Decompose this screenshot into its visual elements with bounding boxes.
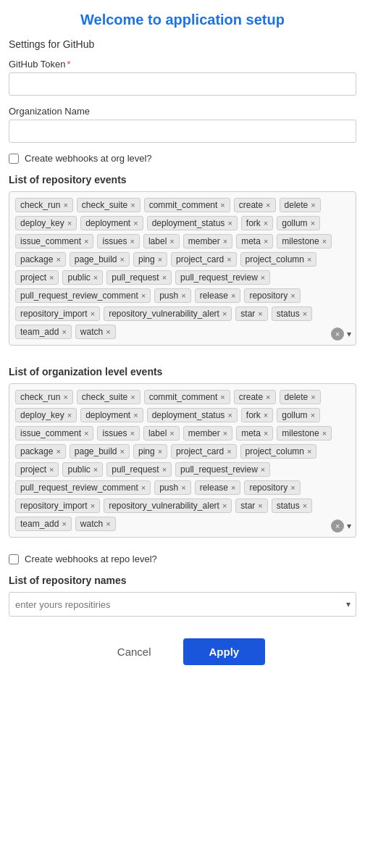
remove-tag-icon[interactable]: × <box>130 393 135 401</box>
remove-tag-icon[interactable]: × <box>84 429 88 438</box>
remove-tag-icon[interactable]: × <box>120 255 125 264</box>
remove-tag-icon[interactable]: × <box>303 309 307 318</box>
repo-events-tags-container: check_run ×check_suite ×commit_comment ×… <box>9 191 356 346</box>
remove-tag-icon[interactable]: × <box>106 519 110 528</box>
remove-tag-icon[interactable]: × <box>63 393 67 401</box>
remove-tag-icon[interactable]: × <box>133 411 138 420</box>
remove-tag-icon[interactable]: × <box>84 237 88 246</box>
remove-tag-icon[interactable]: × <box>311 393 315 401</box>
org-name-input[interactable] <box>9 120 356 143</box>
clear-tags-button[interactable]: × <box>331 327 344 341</box>
list-item: deployment_status × <box>147 408 238 422</box>
remove-tag-icon[interactable]: × <box>169 237 174 246</box>
remove-tag-icon[interactable]: × <box>264 429 268 438</box>
remove-tag-icon[interactable]: × <box>220 201 225 209</box>
remove-tag-icon[interactable]: × <box>181 483 185 492</box>
remove-tag-icon[interactable]: × <box>307 255 311 264</box>
remove-tag-icon[interactable]: × <box>223 237 227 246</box>
list-item: milestone × <box>277 426 332 441</box>
remove-tag-icon[interactable]: × <box>63 201 67 209</box>
remove-tag-icon[interactable]: × <box>264 219 268 228</box>
remove-tag-icon[interactable]: × <box>264 411 268 420</box>
remove-tag-icon[interactable]: × <box>311 219 315 228</box>
remove-tag-icon[interactable]: × <box>266 393 270 401</box>
list-item: repository_vulnerability_alert × <box>104 306 232 321</box>
remove-tag-icon[interactable]: × <box>169 429 174 438</box>
tags-dropdown-icon[interactable]: ▾ <box>347 329 351 339</box>
remove-tag-icon[interactable]: × <box>322 237 327 246</box>
remove-tag-icon[interactable]: × <box>231 483 235 492</box>
list-item: label × <box>143 234 180 249</box>
remove-tag-icon[interactable]: × <box>158 447 162 456</box>
remove-tag-icon[interactable]: × <box>222 501 227 510</box>
remove-tag-icon[interactable]: × <box>258 501 262 510</box>
create-webhooks-repo-checkbox[interactable] <box>9 554 19 564</box>
remove-tag-icon[interactable]: × <box>62 519 66 528</box>
remove-tag-icon[interactable]: × <box>227 219 232 228</box>
remove-tag-icon[interactable]: × <box>220 393 225 401</box>
list-item: ping × <box>133 252 167 267</box>
remove-tag-icon[interactable]: × <box>311 411 315 420</box>
remove-tag-icon[interactable]: × <box>261 465 265 474</box>
remove-tag-icon[interactable]: × <box>106 327 110 336</box>
remove-tag-icon[interactable]: × <box>93 465 98 474</box>
remove-tag-icon[interactable]: × <box>266 201 270 209</box>
remove-tag-icon[interactable]: × <box>91 309 95 318</box>
remove-tag-icon[interactable]: × <box>141 483 146 492</box>
list-item: pull_request_review × <box>175 270 270 285</box>
remove-tag-icon[interactable]: × <box>141 291 146 300</box>
remove-tag-icon[interactable]: × <box>311 201 315 209</box>
remove-tag-icon[interactable]: × <box>62 327 66 336</box>
remove-tag-icon[interactable]: × <box>158 255 162 264</box>
create-webhooks-repo-row: Create webhooks at repo level? <box>9 554 356 564</box>
remove-tag-icon[interactable]: × <box>67 219 72 228</box>
apply-button[interactable]: Apply <box>183 638 266 665</box>
list-item: check_run × <box>15 390 73 404</box>
remove-tag-icon[interactable]: × <box>162 273 167 282</box>
remove-tag-icon[interactable]: × <box>162 465 167 474</box>
remove-tag-icon[interactable]: × <box>261 273 265 282</box>
remove-tag-icon[interactable]: × <box>231 291 235 300</box>
cancel-button[interactable]: Cancel <box>100 638 169 665</box>
remove-tag-icon[interactable]: × <box>120 447 125 456</box>
remove-tag-icon[interactable]: × <box>67 411 72 420</box>
remove-tag-icon[interactable]: × <box>91 501 95 510</box>
remove-tag-icon[interactable]: × <box>264 237 268 246</box>
remove-tag-icon[interactable]: × <box>258 309 262 318</box>
remove-tag-icon[interactable]: × <box>222 309 227 318</box>
remove-tag-icon[interactable]: × <box>130 237 135 246</box>
list-item: watch × <box>75 325 116 339</box>
remove-tag-icon[interactable]: × <box>227 411 232 420</box>
clear-tags-button[interactable]: × <box>331 519 344 533</box>
remove-tag-icon[interactable]: × <box>303 501 307 510</box>
list-item: check_suite × <box>77 198 140 212</box>
remove-tag-icon[interactable]: × <box>49 465 54 474</box>
repo-names-input[interactable] <box>9 592 356 617</box>
list-item: delete × <box>280 198 321 212</box>
list-item: project_column × <box>240 252 317 267</box>
list-item: team_add × <box>15 325 72 339</box>
remove-tag-icon[interactable]: × <box>227 447 231 456</box>
remove-tag-icon[interactable]: × <box>181 291 185 300</box>
create-webhooks-org-checkbox[interactable] <box>9 154 19 164</box>
remove-tag-icon[interactable]: × <box>322 429 327 438</box>
tags-dropdown-icon[interactable]: ▾ <box>347 521 351 531</box>
github-token-input[interactable] <box>9 72 356 96</box>
list-item: release × <box>195 288 241 303</box>
remove-tag-icon[interactable]: × <box>227 255 231 264</box>
org-name-field: Organization Name <box>9 106 356 143</box>
remove-tag-icon[interactable]: × <box>307 447 311 456</box>
remove-tag-icon[interactable]: × <box>56 447 60 456</box>
remove-tag-icon[interactable]: × <box>130 201 135 209</box>
list-item: deploy_key × <box>15 408 77 422</box>
remove-tag-icon[interactable]: × <box>130 429 135 438</box>
remove-tag-icon[interactable]: × <box>49 273 54 282</box>
remove-tag-icon[interactable]: × <box>133 219 138 228</box>
remove-tag-icon[interactable]: × <box>93 273 98 282</box>
remove-tag-icon[interactable]: × <box>290 291 295 300</box>
list-item: check_run × <box>15 198 73 212</box>
remove-tag-icon[interactable]: × <box>56 255 60 264</box>
list-item: issue_comment × <box>15 234 93 249</box>
remove-tag-icon[interactable]: × <box>223 429 227 438</box>
remove-tag-icon[interactable]: × <box>290 483 295 492</box>
